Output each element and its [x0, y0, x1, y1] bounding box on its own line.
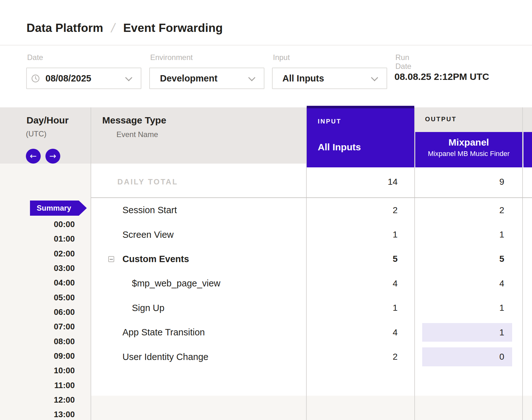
message-rows: Session Start 2 2 Screen View 1 1 − Cust…	[91, 198, 532, 369]
table-footer-area	[91, 396, 532, 420]
date-filter-label: Date	[27, 53, 43, 62]
input-dropdown-value: All Inputs	[282, 73, 324, 84]
environment-filter-label: Environment	[150, 53, 193, 62]
table-row[interactable]: Sign Up 1 1	[91, 296, 532, 320]
hour-label[interactable]: 13:00	[12, 407, 75, 420]
message-type-cell: User Identity Change	[91, 352, 306, 362]
message-type-name: App State Transition	[122, 327, 205, 338]
message-type-name: Sign Up	[132, 303, 164, 313]
daily-total-input-value: 14	[307, 177, 398, 187]
environment-dropdown[interactable]: Development	[149, 68, 264, 89]
hour-label[interactable]: 02:00	[12, 246, 75, 261]
hour-label[interactable]: 00:00	[12, 217, 75, 231]
input-count-cell: 5	[306, 247, 414, 271]
next-day-button[interactable]: →	[45, 149, 60, 164]
input-section-label: INPUT	[318, 118, 341, 125]
arrow-right-icon: →	[50, 151, 56, 161]
previous-day-button[interactable]: ←	[26, 149, 41, 164]
day-hour-subtitle: (UTC)	[26, 129, 46, 138]
input-count-cell: 1	[306, 222, 414, 247]
message-type-title: Message Type	[102, 115, 166, 126]
message-type-name: $mp_web_page_view	[132, 278, 221, 289]
hour-label[interactable]: 11:00	[12, 378, 75, 393]
message-type-name: Screen View	[122, 230, 174, 240]
collapse-minus-icon[interactable]: −	[108, 256, 114, 262]
hour-label[interactable]: 05:00	[12, 290, 75, 305]
mixpanel-column-subtitle: Mixpanel MB Music Finder	[415, 150, 522, 158]
clock-icon	[31, 74, 40, 83]
output-count-cell: 1	[414, 296, 523, 320]
output-count-cell: 5	[414, 247, 523, 271]
event-forwarding-page: Data Platform / Event Forwarding Date 08…	[0, 0, 532, 420]
input-column-name: All Inputs	[318, 142, 361, 153]
message-type-cell: Sign Up	[91, 303, 306, 313]
date-dropdown-value: 08/08/2025	[45, 73, 91, 84]
hour-label[interactable]: 06:00	[12, 305, 75, 319]
arrow-left-icon: ←	[30, 151, 37, 161]
hour-label[interactable]: 04:00	[12, 275, 75, 290]
table-row[interactable]: App State Transition 4 1	[91, 320, 532, 345]
output-count-cell: 0	[414, 345, 523, 369]
output-count-cell: 4	[414, 271, 523, 296]
input-count-cell: 4	[306, 271, 414, 296]
message-type-cell: Session Start	[91, 205, 306, 215]
message-type-name: Session Start	[122, 205, 177, 215]
hour-label[interactable]: 12:00	[12, 393, 75, 407]
message-type-cell: Screen View	[91, 230, 306, 240]
output-count-cell: 2	[414, 198, 523, 222]
output-count-cell: 1	[414, 222, 523, 247]
message-type-subtitle: Event Name	[116, 130, 158, 139]
output-count-cell: 1	[414, 320, 523, 345]
breadcrumb: Data Platform / Event Forwarding	[27, 21, 223, 35]
environment-dropdown-value: Development	[160, 73, 217, 84]
hour-label[interactable]: 03:00	[12, 261, 75, 275]
input-column-header[interactable]: INPUT All Inputs	[307, 106, 414, 167]
hour-label[interactable]: 08:00	[12, 334, 75, 349]
message-type-cell: App State Transition	[91, 327, 306, 338]
run-date-value: 08.08.25 2:12PM UTC	[394, 71, 489, 82]
daily-total-output-value: 9	[415, 177, 504, 187]
input-count-cell: 2	[306, 198, 414, 222]
input-count-cell: 1	[306, 296, 414, 320]
hour-label[interactable]: 01:00	[12, 231, 75, 246]
hour-label[interactable]: 09:00	[12, 349, 75, 363]
breadcrumb-separator: /	[110, 21, 116, 35]
hour-label[interactable]: 10:00	[12, 363, 75, 378]
breadcrumb-event-forwarding: Event Forwarding	[123, 21, 223, 35]
summary-row-selector[interactable]: Summary	[30, 201, 87, 216]
hour-column: Summary 00:0001:0002:0003:0004:0005:0006…	[0, 164, 91, 420]
input-count-cell: 4	[306, 320, 414, 345]
mixpanel-column-name: Mixpanel	[415, 137, 522, 148]
input-dropdown[interactable]: All Inputs	[272, 68, 387, 89]
message-type-name: Custom Events	[122, 254, 189, 264]
input-filter-label: Input	[273, 53, 290, 62]
table-row[interactable]: User Identity Change 2 0	[91, 345, 532, 369]
message-type-cell: $mp_web_page_view	[91, 278, 306, 289]
day-hour-title: Day/Hour	[27, 115, 68, 126]
next-output-column-partial	[523, 132, 532, 167]
topbar: Data Platform / Event Forwarding	[0, 0, 532, 45]
run-date-label: Run Date	[395, 53, 411, 71]
daily-total-label: DAILY TOTAL	[117, 177, 178, 186]
day-nav: ← →	[26, 149, 60, 164]
message-type-name: User Identity Change	[122, 352, 208, 362]
table-row[interactable]: Screen View 1 1	[91, 222, 532, 247]
breadcrumb-data-platform[interactable]: Data Platform	[27, 21, 103, 35]
chevron-down-icon	[248, 74, 256, 81]
table-row[interactable]: $mp_web_page_view 4 4	[91, 271, 532, 296]
chevron-down-icon	[371, 74, 378, 81]
input-count-cell: 2	[306, 345, 414, 369]
filter-bar: Date 08/08/2025 Environment Development …	[0, 45, 532, 107]
chevron-down-icon	[125, 74, 133, 81]
message-type-cell: − Custom Events	[91, 254, 306, 264]
table-row[interactable]: Session Start 2 2	[91, 198, 532, 222]
date-dropdown[interactable]: 08/08/2025	[26, 68, 141, 89]
mixpanel-column-header[interactable]: Mixpanel Mixpanel MB Music Finder	[415, 132, 522, 167]
table-row[interactable]: − Custom Events 5 5	[91, 247, 532, 271]
output-section-label: OUTPUT	[425, 116, 457, 123]
hour-label[interactable]: 07:00	[12, 319, 75, 334]
